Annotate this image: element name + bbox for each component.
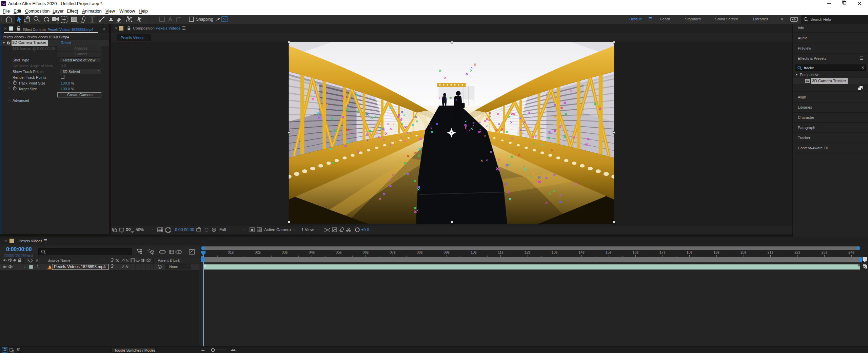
svg-text:Snapping: Snapping [196,17,213,22]
svg-text:#: # [36,258,38,262]
svg-text:ˇ: ˇ [187,265,188,268]
svg-text:Pexels Videos 1826893.mp4: Pexels Videos 1826893.mp4 [54,264,106,269]
svg-text:Source Name: Source Name [47,258,70,262]
svg-text:Full: Full [219,227,226,232]
svg-text:1 View: 1 View [301,227,314,232]
svg-text:+0.0: +0.0 [361,227,369,232]
svg-text:1: 1 [37,264,39,269]
svg-text:50%: 50% [136,227,144,232]
svg-text:Parent & Link: Parent & Link [158,258,180,262]
svg-text:0:00:00:00: 0:00:00:00 [175,227,194,232]
svg-text:ˇ: ˇ [243,228,244,232]
svg-text:ˇ: ˇ [152,228,153,232]
svg-text:ˇ: ˇ [318,228,319,232]
svg-text:None: None [169,265,178,269]
svg-text:fx: fx [125,265,129,269]
svg-text:ˇ: ˇ [294,228,295,232]
svg-text:fx: fx [126,258,129,262]
svg-text:Active Camera: Active Camera [264,227,291,232]
svg-text:fx: fx [7,41,11,45]
svg-text:›: › [24,265,25,269]
